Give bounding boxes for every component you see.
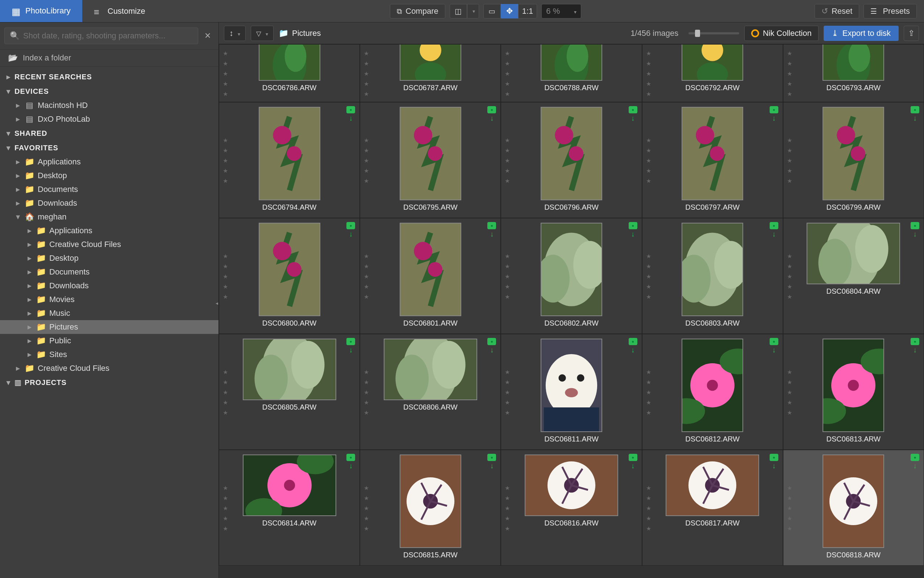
sidebar-item-documents[interactable]: ▸Documents bbox=[0, 265, 218, 279]
thumbnail-image[interactable] bbox=[541, 107, 602, 200]
rating-stars[interactable] bbox=[223, 48, 228, 98]
rating-stars[interactable] bbox=[505, 483, 510, 533]
thumbnail-image[interactable] bbox=[400, 223, 461, 316]
thumbnail-image[interactable] bbox=[823, 455, 884, 548]
thumbnail-cell[interactable]: DSC06799.ARW bbox=[783, 102, 924, 218]
section-recent-searches[interactable]: ▸ RECENT SEARCHES bbox=[0, 70, 218, 84]
thumbnail-cell[interactable]: DSC06793.ARW bbox=[783, 44, 924, 102]
thumbnail-cell[interactable]: DSC06794.ARW bbox=[219, 102, 360, 218]
thumbnail-image[interactable] bbox=[400, 455, 461, 548]
rating-stars[interactable] bbox=[505, 367, 510, 417]
section-shared[interactable]: ▾ SHARED bbox=[0, 126, 218, 141]
thumbnail-image[interactable] bbox=[259, 107, 320, 200]
thumbnail-image[interactable] bbox=[823, 45, 884, 81]
split-view-button[interactable] bbox=[450, 4, 467, 18]
breadcrumb[interactable]: Pictures bbox=[279, 29, 320, 38]
sidebar-item-movies[interactable]: ▸Movies bbox=[0, 292, 218, 306]
rating-stars[interactable] bbox=[787, 135, 792, 185]
thumbnail-cell[interactable]: DSC06802.ARW bbox=[501, 218, 642, 334]
index-folder-button[interactable]: Index a folder bbox=[0, 50, 218, 67]
section-projects[interactable]: ▾ PROJECTS bbox=[0, 375, 218, 390]
thumbnail-cell[interactable]: DSC06803.ARW bbox=[642, 218, 783, 334]
thumbnail-image[interactable] bbox=[682, 223, 743, 316]
presets-button[interactable]: Presets bbox=[864, 4, 917, 18]
rating-stars[interactable] bbox=[505, 251, 510, 301]
thumbnail-image[interactable] bbox=[243, 339, 336, 400]
sidebar-item-downloads[interactable]: ▸Downloads bbox=[0, 196, 218, 210]
rating-stars[interactable] bbox=[505, 48, 510, 98]
split-view-menu[interactable] bbox=[467, 4, 479, 18]
thumbnail-cell[interactable]: DSC06796.ARW bbox=[501, 102, 642, 218]
sidebar-item-public[interactable]: ▸Public bbox=[0, 334, 218, 347]
thumbnail-image[interactable] bbox=[682, 107, 743, 200]
thumbnail-cell[interactable]: DSC06811.ARW bbox=[501, 334, 642, 450]
share-button[interactable] bbox=[904, 26, 919, 41]
sidebar-item-pictures[interactable]: ▸Pictures bbox=[0, 320, 218, 334]
sidebar-item-sites[interactable]: ▸Sites bbox=[0, 347, 218, 361]
thumbnail-image[interactable] bbox=[541, 45, 602, 81]
rating-stars[interactable] bbox=[646, 367, 651, 417]
thumbnail-cell[interactable]: DSC06814.ARW bbox=[219, 450, 360, 566]
thumbnail-image[interactable] bbox=[665, 455, 759, 516]
rating-stars[interactable] bbox=[223, 367, 228, 417]
thumbnail-image[interactable] bbox=[823, 339, 884, 432]
reset-button[interactable]: Reset bbox=[815, 4, 859, 18]
thumbnail-size-slider[interactable] bbox=[688, 32, 739, 34]
thumbnail-cell[interactable]: DSC06787.ARW bbox=[360, 44, 501, 102]
thumbnail-image[interactable] bbox=[259, 223, 320, 316]
search-input[interactable] bbox=[23, 31, 193, 41]
rating-stars[interactable] bbox=[223, 135, 228, 185]
tab-photolibrary[interactable]: PhotoLibrary bbox=[0, 0, 82, 22]
rating-stars[interactable] bbox=[646, 135, 651, 185]
sidebar-item-applications[interactable]: ▸Applications bbox=[0, 155, 218, 169]
thumbnail-cell[interactable]: DSC06800.ARW bbox=[219, 218, 360, 334]
section-favorites[interactable]: ▾ FAVORITES bbox=[0, 141, 218, 155]
device-macintosh-hd[interactable]: ▸ Macintosh HD bbox=[0, 99, 218, 112]
sidebar-item-applications[interactable]: ▸Applications bbox=[0, 224, 218, 237]
thumbnail-image[interactable] bbox=[384, 339, 477, 400]
sidebar-item-desktop[interactable]: ▸Desktop bbox=[0, 251, 218, 265]
thumbnail-cell[interactable]: DSC06813.ARW bbox=[783, 334, 924, 450]
sidebar-item-desktop[interactable]: ▸Desktop bbox=[0, 169, 218, 182]
thumbnail-cell[interactable]: DSC06812.ARW bbox=[642, 334, 783, 450]
thumbnail-cell[interactable]: DSC06788.ARW bbox=[501, 44, 642, 102]
rating-stars[interactable] bbox=[787, 48, 792, 98]
thumbnail-cell[interactable]: DSC06792.ARW bbox=[642, 44, 783, 102]
compare-button[interactable]: Compare bbox=[390, 4, 445, 18]
thumbnail-image[interactable] bbox=[400, 107, 461, 200]
thumbnail-image[interactable] bbox=[243, 455, 336, 516]
rating-stars[interactable] bbox=[364, 367, 369, 417]
rating-stars[interactable] bbox=[646, 48, 651, 98]
thumbnail-cell[interactable]: DSC06795.ARW bbox=[360, 102, 501, 218]
rating-stars[interactable] bbox=[646, 483, 651, 533]
section-devices[interactable]: ▾ DEVICES bbox=[0, 84, 218, 99]
thumbnail-image[interactable] bbox=[807, 223, 900, 284]
thumbnail-image[interactable] bbox=[682, 45, 743, 81]
tab-customize[interactable]: Customize bbox=[82, 0, 157, 22]
thumbnail-cell[interactable]: DSC06804.ARW bbox=[783, 218, 924, 334]
thumbnail-image[interactable] bbox=[259, 45, 320, 81]
zoom-percent-dropdown[interactable]: 6 % bbox=[541, 4, 581, 18]
rating-stars[interactable] bbox=[787, 251, 792, 301]
thumbnail-cell[interactable]: DSC06786.ARW bbox=[219, 44, 360, 102]
sidebar-item-downloads[interactable]: ▸Downloads bbox=[0, 279, 218, 292]
export-to-disk-button[interactable]: Export to disk bbox=[824, 26, 899, 41]
filter-button[interactable] bbox=[251, 26, 273, 41]
sort-button[interactable] bbox=[224, 26, 246, 41]
thumbnail-cell[interactable]: DSC06805.ARW bbox=[219, 334, 360, 450]
sidebar-item-creative-cloud-files[interactable]: ▸Creative Cloud Files bbox=[0, 237, 218, 251]
thumbnail-image[interactable] bbox=[541, 339, 602, 432]
thumbnail-cell[interactable]: DSC06818.ARW bbox=[783, 450, 924, 566]
nik-collection-button[interactable]: Nik Collection bbox=[744, 26, 818, 41]
thumbnail-image[interactable] bbox=[682, 339, 743, 432]
thumbnail-image[interactable] bbox=[541, 223, 602, 316]
thumbnail-image[interactable] bbox=[823, 107, 884, 200]
rating-stars[interactable] bbox=[223, 251, 228, 301]
rating-stars[interactable] bbox=[364, 48, 369, 98]
rating-stars[interactable] bbox=[223, 483, 228, 533]
search-clear-button[interactable]: ✕ bbox=[201, 31, 214, 41]
thumbnail-image[interactable] bbox=[400, 45, 461, 81]
thumbnail-cell[interactable]: DSC06806.ARW bbox=[360, 334, 501, 450]
device-dxo-photolab[interactable]: ▸ DxO PhotoLab bbox=[0, 112, 218, 126]
sidebar-item-music[interactable]: ▸Music bbox=[0, 306, 218, 320]
